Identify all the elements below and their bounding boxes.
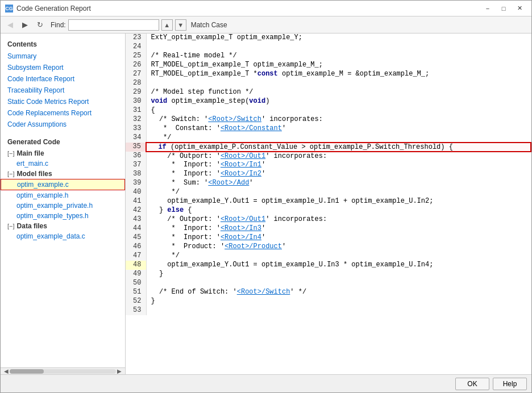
code-line-38: 38 * Inport: '<Root>/In2' [126, 170, 531, 179]
code-line-33: 33 * Constant: '<Root>/Constant' [126, 124, 531, 133]
link-root-out1-36[interactable]: <Root>/Out1 [221, 152, 265, 160]
sidebar-item-coder-assumptions[interactable]: Coder Assumptions [1, 119, 125, 130]
forward-button[interactable]: ▶ [19, 19, 31, 31]
link-root-constant-33[interactable]: <Root>/Constant [221, 124, 282, 132]
code-line-30: 30 void optim_example_step(void) [126, 97, 531, 106]
sidebar-scroll[interactable]: Contents Summary Subsystem Report Code I… [1, 34, 125, 367]
contents-title: Contents [1, 38, 125, 51]
code-line-35: 35 if (optim_example_P.Constant_Value > … [126, 143, 531, 152]
line-num-27: 27 [126, 70, 146, 79]
code-line-32: 32 /* Switch: '<Root>/Switch' incorporat… [126, 115, 531, 124]
minimize-button[interactable]: − [480, 3, 495, 14]
code-line-29: 29 /* Model step function */ [126, 88, 531, 97]
link-root-in4-45[interactable]: <Root>/In4 [221, 233, 261, 241]
code-line-40: 40 */ [126, 188, 531, 197]
sidebar-item-traceability[interactable]: Traceability Report [1, 85, 125, 96]
link-root-in3-44[interactable]: <Root>/In3 [221, 224, 261, 232]
link-root-switch-51[interactable]: <Root>/Switch [237, 288, 290, 296]
code-cell-30: void optim_example_step(void) [146, 97, 531, 106]
line-num-37: 37 [126, 161, 146, 170]
find-down-button[interactable]: ▼ [175, 19, 186, 31]
close-button[interactable]: ✕ [512, 3, 527, 14]
file-optim-example-data-c[interactable]: optim_example_data.c [1, 231, 125, 241]
code-cell-33: * Constant: '<Root>/Constant' [146, 124, 531, 133]
line-num-46: 46 [126, 243, 146, 252]
main-files-label: Main file [17, 149, 44, 157]
file-optim-example-c[interactable]: optim_example.c [1, 179, 125, 190]
line-num-32: 32 [126, 115, 146, 124]
link-root-product-46[interactable]: <Root>/Product [225, 243, 282, 250]
data-files-toggle[interactable]: [−] [7, 223, 15, 229]
sidebar: Contents Summary Subsystem Report Code I… [1, 34, 126, 374]
code-scroll-area[interactable]: 23 ExtY_optim_example_T optim_example_Y;… [126, 34, 531, 374]
model-files-toggle[interactable]: [−] [7, 170, 15, 177]
code-cell-51: /* End of Switch: '<Root>/Switch' */ [146, 288, 531, 297]
file-optim-example-types-h[interactable]: optim_example_types.h [1, 211, 125, 221]
file-optim-example-private-h[interactable]: optim_example_private.h [1, 200, 125, 211]
code-cell-35: if (optim_example_P.Constant_Value > opt… [146, 143, 531, 152]
code-line-51: 51 /* End of Switch: '<Root>/Switch' */ [126, 288, 531, 297]
line-num-24: 24 [126, 43, 146, 52]
code-line-43: 43 /* Outport: '<Root>/Out1' incorporate… [126, 215, 531, 224]
code-cell-46: * Product: '<Root>/Product' [146, 243, 531, 252]
code-cell-49: } [146, 270, 531, 279]
code-cell-28 [146, 79, 531, 88]
line-num-52: 52 [126, 297, 146, 306]
link-root-switch-32[interactable]: <Root>/Switch [208, 115, 261, 123]
sidebar-item-static-code-metrics[interactable]: Static Code Metrics Report [1, 96, 125, 107]
h-scroll-left[interactable]: ◀ [3, 368, 10, 374]
sidebar-item-subsystem-report[interactable]: Subsystem Report [1, 62, 125, 73]
code-cell-29: /* Model step function */ [146, 88, 531, 97]
line-num-28: 28 [126, 79, 146, 88]
main-files-toggle[interactable]: [−] [7, 150, 15, 157]
app-icon: CG [5, 5, 13, 12]
code-line-53: 53 [126, 306, 531, 315]
code-cell-47: */ [146, 252, 531, 261]
match-case-label: Match Case [191, 21, 227, 29]
line-num-50: 50 [126, 279, 146, 288]
code-cell-39: * Sum: '<Root>/Add' [146, 179, 531, 188]
line-num-35: 35 [126, 143, 146, 152]
line-num-31: 31 [126, 106, 146, 115]
link-root-in1-37[interactable]: <Root>/In1 [221, 161, 261, 169]
code-line-27: 27 RT_MODEL_optim_example_T *const optim… [126, 70, 531, 79]
code-line-31: 31 { [126, 106, 531, 115]
code-line-44: 44 * Inport: '<Root>/In3' [126, 224, 531, 233]
code-line-45: 45 * Inport: '<Root>/In4' [126, 233, 531, 243]
line-num-33: 33 [126, 124, 146, 133]
help-button[interactable]: Help [493, 378, 527, 390]
code-cell-36: /* Outport: '<Root>/Out1' incorporates: [146, 152, 531, 161]
link-root-in2-38[interactable]: <Root>/In2 [221, 170, 261, 178]
sidebar-item-summary[interactable]: Summary [1, 51, 125, 62]
line-num-38: 38 [126, 170, 146, 179]
data-files-label: Data files [17, 222, 47, 230]
h-scroll-thumb[interactable] [10, 369, 44, 374]
line-num-44: 44 [126, 224, 146, 233]
link-root-out1-43[interactable]: <Root>/Out1 [221, 215, 265, 223]
code-line-46: 46 * Product: '<Root>/Product' [126, 243, 531, 252]
code-cell-40: */ [146, 188, 531, 197]
model-files-toggle-row: [−] Model files [1, 169, 125, 179]
code-cell-52: } [146, 297, 531, 306]
sidebar-item-code-replacements[interactable]: Code Replacements Report [1, 107, 125, 119]
file-optim-example-h[interactable]: optim_example.h [1, 190, 125, 200]
code-cell-45: * Inport: '<Root>/In4' [146, 233, 531, 243]
back-button[interactable]: ◀ [4, 19, 16, 31]
maximize-button[interactable]: □ [496, 3, 511, 14]
sidebar-item-code-interface[interactable]: Code Interface Report [1, 73, 125, 85]
code-line-49: 49 } [126, 270, 531, 279]
code-cell-23: ExtY_optim_example_T optim_example_Y; [146, 34, 531, 43]
find-input[interactable] [68, 19, 159, 31]
data-files-toggle-row: [−] Data files [1, 221, 125, 231]
code-line-28: 28 [126, 79, 531, 88]
link-root-add-39[interactable]: <Root>/Add [208, 179, 249, 187]
file-ert-main-c[interactable]: ert_main.c [1, 158, 125, 169]
ok-button[interactable]: OK [455, 378, 489, 390]
refresh-button[interactable]: ↻ [34, 19, 46, 31]
code-cell-43: /* Outport: '<Root>/Out1' incorporates: [146, 215, 531, 224]
find-up-button[interactable]: ▲ [161, 19, 173, 31]
h-scroll-right[interactable]: ▶ [116, 368, 123, 374]
line-num-51: 51 [126, 288, 146, 297]
code-line-24: 24 [126, 43, 531, 52]
line-num-23: 23 [126, 34, 146, 43]
